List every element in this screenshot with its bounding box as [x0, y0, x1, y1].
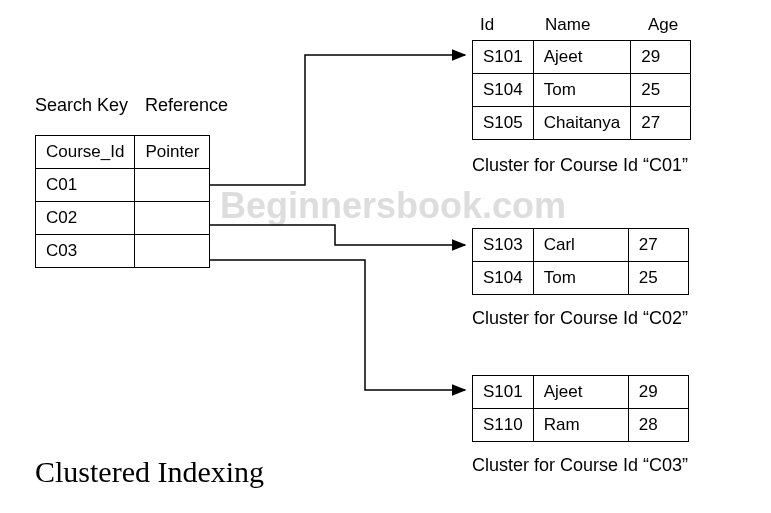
cluster-table-c03: S101 Ajeet 29 S110 Ram 28 — [472, 375, 689, 442]
cluster-cell: S103 — [473, 229, 534, 262]
reference-label: Reference — [145, 95, 228, 116]
table-row: S110 Ram 28 — [473, 409, 689, 442]
cluster-cell: Tom — [533, 262, 628, 295]
cluster-cell: S101 — [473, 41, 534, 74]
cluster-cell: Ram — [533, 409, 628, 442]
cluster-cell: Chaitanya — [533, 107, 631, 140]
cluster-cell: S105 — [473, 107, 534, 140]
cluster-header-id: Id — [480, 15, 494, 35]
cluster-cell: 28 — [628, 409, 688, 442]
cluster-caption-c01: Cluster for Course Id “C01” — [472, 155, 688, 176]
index-header-pointer: Pointer — [135, 136, 210, 169]
cluster-table-c01: S101 Ajeet 29 S104 Tom 25 S105 Chaitanya… — [472, 40, 691, 140]
cluster-header-age: Age — [648, 15, 678, 35]
index-cell: C01 — [36, 169, 135, 202]
table-row: C02 — [36, 202, 210, 235]
cluster-cell: 27 — [628, 229, 688, 262]
table-row: Course_Id Pointer — [36, 136, 210, 169]
index-header-course-id: Course_Id — [36, 136, 135, 169]
cluster-cell: 27 — [631, 107, 691, 140]
cluster-cell: S101 — [473, 376, 534, 409]
table-row: S101 Ajeet 29 — [473, 376, 689, 409]
table-row: S105 Chaitanya 27 — [473, 107, 691, 140]
table-row: S101 Ajeet 29 — [473, 41, 691, 74]
index-cell — [135, 202, 210, 235]
cluster-cell: S104 — [473, 74, 534, 107]
table-row: S104 Tom 25 — [473, 74, 691, 107]
index-cell — [135, 169, 210, 202]
table-row: C01 — [36, 169, 210, 202]
watermark-text: Beginnersbook.com — [220, 185, 566, 227]
cluster-table-c02: S103 Carl 27 S104 Tom 25 — [472, 228, 689, 295]
cluster-cell: S104 — [473, 262, 534, 295]
search-key-label: Search Key — [35, 95, 128, 116]
table-row: S103 Carl 27 — [473, 229, 689, 262]
cluster-cell: Tom — [533, 74, 631, 107]
index-cell: C03 — [36, 235, 135, 268]
cluster-cell: 25 — [628, 262, 688, 295]
index-table: Course_Id Pointer C01 C02 C03 — [35, 135, 210, 268]
cluster-cell: Carl — [533, 229, 628, 262]
diagram-title: Clustered Indexing — [35, 455, 264, 489]
cluster-caption-c03: Cluster for Course Id “C03” — [472, 455, 688, 476]
cluster-cell: S110 — [473, 409, 534, 442]
table-row: C03 — [36, 235, 210, 268]
index-cell: C02 — [36, 202, 135, 235]
table-row: S104 Tom 25 — [473, 262, 689, 295]
cluster-cell: 25 — [631, 74, 691, 107]
cluster-header-name: Name — [545, 15, 590, 35]
cluster-caption-c02: Cluster for Course Id “C02” — [472, 308, 688, 329]
cluster-cell: Ajeet — [533, 376, 628, 409]
index-cell — [135, 235, 210, 268]
cluster-cell: Ajeet — [533, 41, 631, 74]
cluster-cell: 29 — [628, 376, 688, 409]
cluster-cell: 29 — [631, 41, 691, 74]
